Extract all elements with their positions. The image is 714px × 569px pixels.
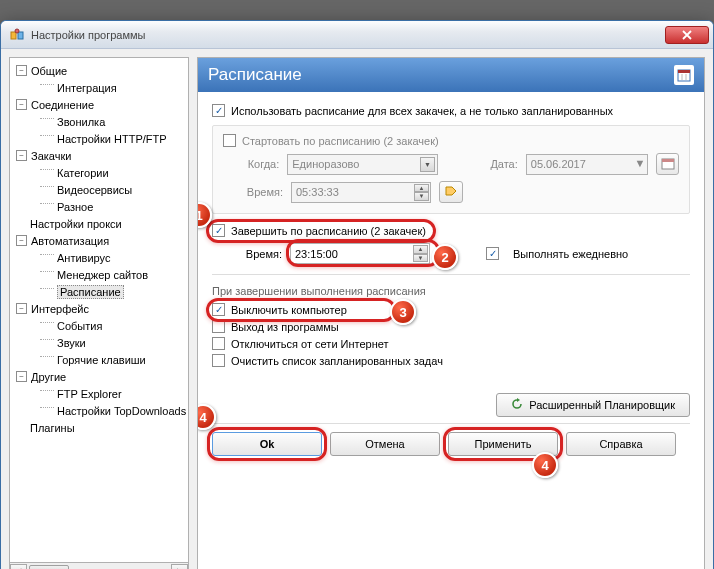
date-input[interactable]: 05.06.2017 ▼ (526, 154, 649, 175)
tree-toggle[interactable]: − (16, 371, 27, 382)
apply-button[interactable]: Применить (448, 432, 558, 456)
nav-tree[interactable]: −Общие Интеграция −Соединение Звонилка Н… (9, 57, 189, 563)
tree-hscrollbar[interactable]: ◀ ▶ (9, 563, 189, 569)
on-finish-title: При завершении выполнения расписания (212, 285, 690, 297)
settings-window: Настройки программы −Общие Интеграция −С… (0, 20, 714, 569)
tree-toggle[interactable]: − (16, 99, 27, 110)
tree-item[interactable]: Звуки (57, 337, 86, 349)
tree-toggle[interactable]: − (16, 303, 27, 314)
body: −Общие Интеграция −Соединение Звонилка Н… (1, 49, 713, 569)
start-time-value: 05:33:33 (296, 186, 339, 198)
use-schedule-checkbox[interactable]: ✓ (212, 104, 225, 117)
finish-schedule-label: Завершить по расписанию (2 закачек) (231, 225, 426, 237)
use-schedule-row: ✓ Использовать расписание для всех закач… (212, 104, 690, 117)
chevron-down-icon: ▼ (634, 157, 645, 169)
exit-checkbox[interactable] (212, 320, 225, 333)
tree-item[interactable]: Другие (31, 371, 66, 383)
spinner-controls[interactable]: ▲▼ (414, 184, 429, 201)
tree-item[interactable]: FTP Explorer (57, 388, 122, 400)
tree-item[interactable]: Соединение (31, 99, 94, 111)
help-button[interactable]: Справка (566, 432, 676, 456)
ok-button[interactable]: Ok (212, 432, 322, 456)
tree-item[interactable]: Горячие клавиши (57, 354, 146, 366)
annotation-badge: 2 (432, 244, 458, 270)
tree-item[interactable]: Видеосервисы (57, 184, 132, 196)
dialog-buttons: Ok Отмена Применить Справка 4 4 (212, 424, 690, 460)
refresh-icon (511, 398, 523, 412)
tree-item[interactable]: Антивирус (57, 252, 110, 264)
scroll-thumb[interactable] (29, 565, 69, 570)
advanced-scheduler-button[interactable]: Расширенный Планировщик (496, 393, 690, 417)
shutdown-label: Выключить компьютер (231, 304, 347, 316)
content-panel: Расписание ✓ Использовать расписание для… (197, 57, 705, 569)
start-schedule-checkbox[interactable] (223, 134, 236, 147)
tree-toggle[interactable]: − (16, 235, 27, 246)
panel-header: Расписание (198, 58, 704, 92)
svg-point-2 (15, 29, 19, 33)
scroll-left-arrow[interactable]: ◀ (10, 564, 27, 570)
tree-item[interactable]: Общие (31, 65, 67, 77)
tree-item[interactable]: Менеджер сайтов (57, 269, 148, 281)
tree-item[interactable]: События (57, 320, 102, 332)
tree-item[interactable]: Плагины (30, 422, 75, 434)
daily-label: Выполнять ежедневно (513, 248, 628, 260)
svg-rect-1 (18, 32, 23, 39)
annotation-badge: 1 (197, 202, 212, 228)
close-button[interactable] (665, 26, 709, 44)
chevron-down-icon: ▼ (420, 157, 435, 172)
time-tag-button[interactable] (439, 181, 463, 203)
tree-item[interactable]: Настройки TopDownloads (57, 405, 186, 417)
tree-toggle[interactable]: − (16, 150, 27, 161)
tree-item[interactable]: Интеграция (57, 82, 117, 94)
date-value: 05.06.2017 (531, 158, 586, 170)
finish-time-label: Время: (222, 248, 282, 260)
when-combo[interactable]: Единоразово ▼ (287, 154, 438, 175)
start-section: Стартовать по расписанию (2 закачек) Ког… (212, 125, 690, 214)
window-title: Настройки программы (31, 29, 145, 41)
finish-time-input[interactable]: 23:15:00 ▲▼ (290, 243, 430, 264)
tree-item[interactable]: Закачки (31, 150, 71, 162)
spinner-controls[interactable]: ▲▼ (413, 245, 428, 262)
tree-item[interactable]: Автоматизация (31, 235, 109, 247)
calendar-icon (674, 65, 694, 85)
when-value: Единоразово (292, 158, 359, 170)
panel-title: Расписание (208, 65, 302, 85)
panel-body: ✓ Использовать расписание для всех закач… (198, 92, 704, 569)
svg-rect-8 (662, 159, 674, 162)
use-schedule-label: Использовать расписание для всех закачек… (231, 105, 613, 117)
finish-time-value: 23:15:00 (295, 248, 338, 260)
svg-rect-0 (11, 32, 16, 39)
tree-item[interactable]: Настройки прокси (30, 218, 122, 230)
titlebar: Настройки программы (1, 21, 713, 49)
tree-item[interactable]: Разное (57, 201, 93, 213)
finish-row-wrap: ✓ Завершить по расписанию (2 закачек) 1 (212, 224, 690, 237)
start-schedule-label: Стартовать по расписанию (2 закачек) (242, 135, 439, 147)
scroll-right-arrow[interactable]: ▶ (171, 564, 188, 570)
start-time-label: Время: (223, 186, 283, 198)
svg-rect-4 (678, 70, 690, 73)
tree-item[interactable]: Звонилка (57, 116, 105, 128)
start-time-input[interactable]: 05:33:33 ▲▼ (291, 182, 431, 203)
clear-label: Очистить список запланированных задач (231, 355, 443, 367)
clear-checkbox[interactable] (212, 354, 225, 367)
daily-checkbox[interactable]: ✓ (486, 247, 499, 260)
disconnect-label: Отключиться от сети Интернет (231, 338, 389, 350)
tree-item[interactable]: Интерфейс (31, 303, 89, 315)
cancel-button[interactable]: Отмена (330, 432, 440, 456)
tree-item[interactable]: Настройки HTTP/FTP (57, 133, 167, 145)
shutdown-checkbox[interactable]: ✓ (212, 303, 225, 316)
exit-label: Выход из программы (231, 321, 339, 333)
app-icon (9, 27, 25, 43)
calendar-button[interactable] (656, 153, 679, 175)
tree-container: −Общие Интеграция −Соединение Звонилка Н… (9, 57, 189, 569)
tree-item-selected[interactable]: Расписание (57, 285, 124, 299)
when-label: Когда: (223, 158, 279, 170)
tree-item[interactable]: Категории (57, 167, 109, 179)
advanced-scheduler-label: Расширенный Планировщик (529, 399, 675, 411)
tree-toggle[interactable]: − (16, 65, 27, 76)
date-label: Дата: (480, 158, 518, 170)
disconnect-checkbox[interactable] (212, 337, 225, 350)
finish-schedule-checkbox[interactable]: ✓ (212, 224, 225, 237)
